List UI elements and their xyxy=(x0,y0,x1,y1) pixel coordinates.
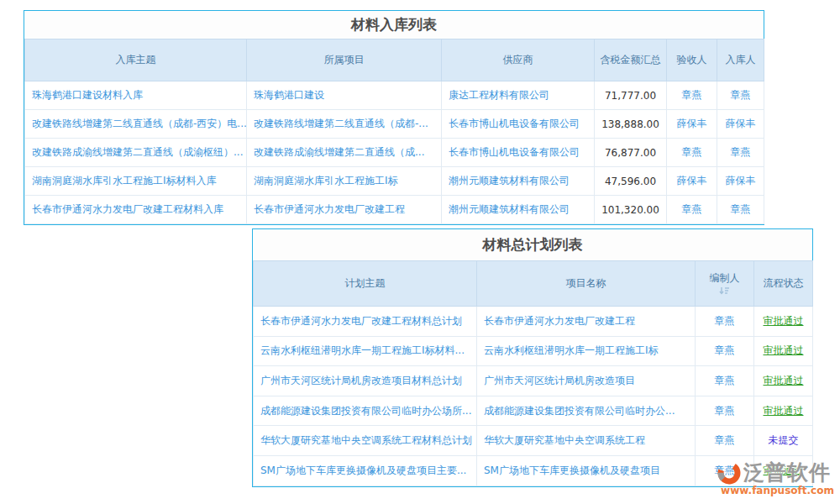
supplier-link[interactable]: 康达工程材料有限公司 xyxy=(449,89,549,101)
project-link[interactable]: 长春市伊通河水力发电厂改建工程 xyxy=(484,315,635,327)
plan-header-row: 计划主题 项目名称 编制人 流程状态 xyxy=(254,261,813,307)
project-link[interactable]: SM广场地下车库更换摄像机及硬盘项目 xyxy=(484,465,660,476)
amount-value: 47,596.00 xyxy=(595,167,667,196)
table-row: 珠海鹤港口建设材料入库 珠海鹤港口建设 康达工程材料有限公司 71,777.00… xyxy=(25,81,764,110)
inbound-table: 入库主题 所属项目 供应商 含税金额汇总 验收人 入库人 珠海鹤港口建设材料入库… xyxy=(24,39,764,224)
col-header-amount[interactable]: 含税金额汇总 xyxy=(595,39,667,81)
amount-value: 76,877.00 xyxy=(595,139,667,167)
project-link[interactable]: 长春市伊通河水力发电厂改建工程 xyxy=(254,203,405,215)
watermark-url[interactable]: www.fanpusoft.com xyxy=(717,485,838,496)
col-header-status[interactable]: 流程状态 xyxy=(754,261,813,307)
table-row: 云南水利枢纽潜明水库一期工程施工I标材料... 云南水利枢纽潜明水库一期工程施工… xyxy=(254,336,813,366)
inbound-subject-link[interactable]: 改建铁路线增建第二线直通线（成都-西安）电... xyxy=(32,118,247,129)
acceptor-link[interactable]: 薛保丰 xyxy=(677,175,707,186)
table-row: 改建铁路成渝线增建第二直通线（成渝枢纽）... 改建铁路成渝线增建第二直通线（成… xyxy=(25,139,764,167)
stocker-link[interactable]: 薛保丰 xyxy=(726,118,756,129)
col-header-compiler[interactable]: 编制人 xyxy=(696,261,754,307)
supplier-link[interactable]: 潮州元顺建筑材料有限公司 xyxy=(449,175,570,186)
plan-table-title: 材料总计划列表 xyxy=(253,229,812,260)
material-plan-panel: 材料总计划列表 计划主题 项目名称 编制人 xyxy=(252,228,813,487)
inbound-table-title: 材料入库列表 xyxy=(24,11,764,39)
acceptor-link[interactable]: 薛保丰 xyxy=(677,118,707,129)
material-inbound-panel: 材料入库列表 入库主题 所属项目 供应商 含税金额汇总 验收人 入库人 珠海鹤港… xyxy=(24,10,764,225)
compiler-link[interactable]: 章燕 xyxy=(715,375,735,386)
table-row: 改建铁路线增建第二线直通线（成都-西安）电... 改建铁路线增建第二线直通线（成… xyxy=(25,110,764,139)
amount-value: 71,777.00 xyxy=(595,81,667,110)
plan-subject-link[interactable]: SM广场地下车库更换摄像机及硬盘项目主要... xyxy=(260,465,466,476)
col-header-stocker[interactable]: 入库人 xyxy=(717,39,764,81)
plan-subject-link[interactable]: 华软大厦研究基地中央空调系统工程材料总计划 xyxy=(260,434,472,446)
amount-value: 101,320.00 xyxy=(595,196,667,224)
table-row: 广州市天河区统计局机房改造项目材料总计划 广州市天河区统计局机房改造项目 章燕 … xyxy=(254,366,813,396)
inbound-header-row: 入库主题 所属项目 供应商 含税金额汇总 验收人 入库人 xyxy=(25,39,764,81)
table-row: 长春市伊通河水力发电厂改建工程材料入库 长春市伊通河水力发电厂改建工程 潮州元顺… xyxy=(25,196,764,224)
inbound-subject-link[interactable]: 珠海鹤港口建设材料入库 xyxy=(32,89,143,101)
amount-value: 138,888.00 xyxy=(595,110,667,139)
supplier-link[interactable]: 长春市博山机电设备有限公司 xyxy=(449,118,580,129)
stocker-link[interactable]: 薛保丰 xyxy=(726,175,756,186)
acceptor-link[interactable]: 章燕 xyxy=(682,203,702,215)
fanpu-logo-icon xyxy=(717,460,742,486)
status-badge[interactable]: 审批通过 xyxy=(764,344,804,356)
project-link[interactable]: 华软大厦研究基地中央空调系统工程 xyxy=(484,434,645,446)
inbound-subject-link[interactable]: 湖南洞庭湖水库引水工程施工I标材料入库 xyxy=(32,175,217,186)
status-badge[interactable]: 审批通过 xyxy=(764,375,804,386)
status-badge[interactable]: 审批通过 xyxy=(764,405,804,417)
status-badge[interactable]: 未提交 xyxy=(769,434,799,446)
watermark: 泛普软件 www.fanpusoft.com xyxy=(717,459,838,496)
plan-subject-link[interactable]: 成都能源建设集团投资有限公司临时办公场所... xyxy=(260,405,471,417)
project-link[interactable]: 湖南洞庭湖水库引水工程施工I标 xyxy=(254,175,398,186)
inbound-subject-link[interactable]: 长春市伊通河水力发电厂改建工程材料入库 xyxy=(32,203,223,215)
compiler-link[interactable]: 章燕 xyxy=(715,344,735,356)
sort-icon[interactable] xyxy=(719,286,730,295)
stocker-link[interactable]: 章燕 xyxy=(731,203,751,215)
project-link[interactable]: 成都能源建设集团投资有限公司临时办公... xyxy=(484,405,675,417)
compiler-link[interactable]: 章燕 xyxy=(715,434,735,446)
project-link[interactable]: 改建铁路线增建第二线直通线（成都-... xyxy=(254,118,428,129)
stocker-link[interactable]: 章燕 xyxy=(731,146,751,158)
table-row: 华软大厦研究基地中央空调系统工程材料总计划 华软大厦研究基地中央空调系统工程 章… xyxy=(254,426,813,456)
stocker-link[interactable]: 章燕 xyxy=(731,89,751,101)
table-row: 湖南洞庭湖水库引水工程施工I标材料入库 湖南洞庭湖水库引水工程施工I标 潮州元顺… xyxy=(25,167,764,196)
col-header-project[interactable]: 所属项目 xyxy=(247,39,442,81)
col-header-acceptor[interactable]: 验收人 xyxy=(667,39,717,81)
plan-subject-link[interactable]: 广州市天河区统计局机房改造项目材料总计划 xyxy=(260,375,462,386)
acceptor-link[interactable]: 章燕 xyxy=(682,146,702,158)
project-link[interactable]: 广州市天河区统计局机房改造项目 xyxy=(484,375,635,386)
plan-subject-link[interactable]: 长春市伊通河水力发电厂改建工程材料总计划 xyxy=(260,315,462,327)
col-header-plan-subject[interactable]: 计划主题 xyxy=(254,261,477,307)
supplier-link[interactable]: 长春市博山机电设备有限公司 xyxy=(449,146,580,158)
plan-table: 计划主题 项目名称 编制人 流程状态 xyxy=(253,260,813,486)
project-link[interactable]: 珠海鹤港口建设 xyxy=(254,89,324,101)
compiler-link[interactable]: 章燕 xyxy=(715,405,735,417)
table-row: 长春市伊通河水力发电厂改建工程材料总计划 长春市伊通河水力发电厂改建工程 章燕 … xyxy=(254,307,813,337)
watermark-brand: 泛普软件 xyxy=(743,459,831,486)
col-header-project-name[interactable]: 项目名称 xyxy=(477,261,696,307)
col-header-supplier[interactable]: 供应商 xyxy=(442,39,595,81)
project-link[interactable]: 云南水利枢纽潜明水库一期工程施工I标 xyxy=(484,344,659,356)
col-header-inbound-subject[interactable]: 入库主题 xyxy=(25,39,247,81)
supplier-link[interactable]: 潮州元顺建筑材料有限公司 xyxy=(449,203,570,215)
status-badge[interactable]: 审批通过 xyxy=(764,315,804,327)
plan-subject-link[interactable]: 云南水利枢纽潜明水库一期工程施工I标材料... xyxy=(260,344,465,356)
compiler-link[interactable]: 章燕 xyxy=(715,315,735,327)
acceptor-link[interactable]: 章燕 xyxy=(682,89,702,101)
inbound-subject-link[interactable]: 改建铁路成渝线增建第二直通线（成渝枢纽）... xyxy=(32,146,243,158)
table-row: 成都能源建设集团投资有限公司临时办公场所... 成都能源建设集团投资有限公司临时… xyxy=(254,396,813,426)
project-link[interactable]: 改建铁路成渝线增建第二直通线（成... xyxy=(254,146,424,158)
